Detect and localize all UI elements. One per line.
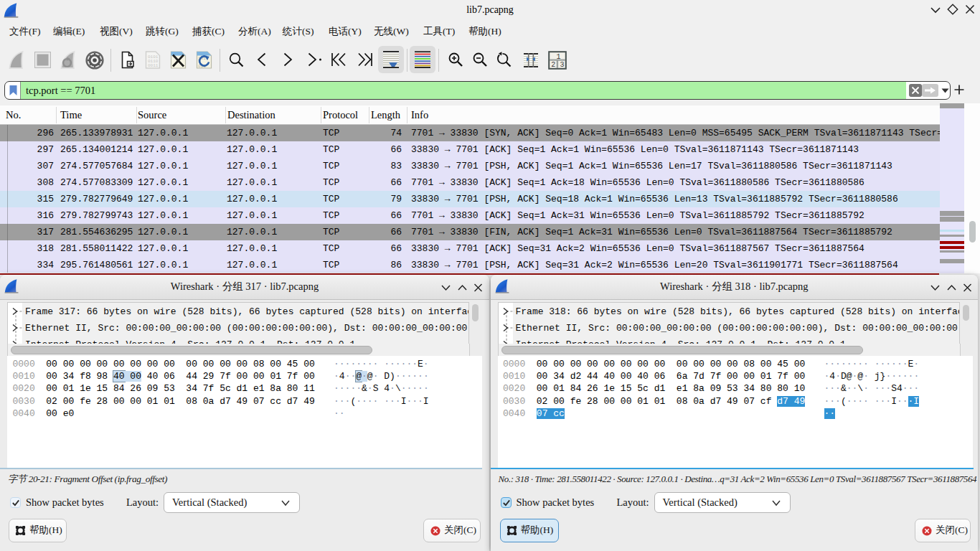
svg-text:3: 3: [560, 61, 564, 69]
svg-text:0011: 0011: [148, 63, 159, 68]
svg-text:2: 2: [551, 61, 555, 69]
svg-text:1: 1: [556, 53, 560, 61]
